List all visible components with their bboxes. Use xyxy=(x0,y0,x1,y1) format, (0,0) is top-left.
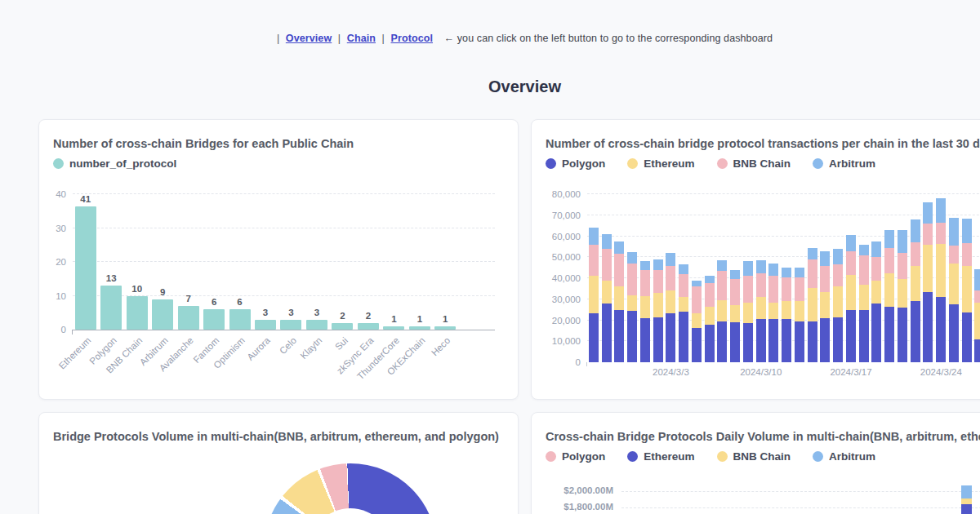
bar xyxy=(255,320,276,330)
bar-slot: 3 xyxy=(252,194,278,330)
bar-segment xyxy=(911,242,920,265)
bars-row: 411310976633322111 xyxy=(73,194,458,330)
bar-slot: 2 xyxy=(355,194,381,330)
bar-segment xyxy=(730,279,740,305)
bar-segment xyxy=(602,249,612,281)
stacked-bar xyxy=(587,194,600,362)
bar-slot: 7 xyxy=(176,194,201,330)
bar-segment xyxy=(871,304,881,362)
bar-segment xyxy=(833,264,843,286)
bar-value-label: 1 xyxy=(417,314,422,324)
category-label: Sui xyxy=(333,335,350,352)
bar-segment xyxy=(962,312,972,362)
bar-segment xyxy=(730,305,740,322)
bar-segment xyxy=(911,266,920,302)
bar-segment xyxy=(614,241,624,254)
stacked-bar xyxy=(960,194,973,362)
bar-segment xyxy=(640,296,650,318)
bar-segment xyxy=(936,244,946,297)
stacked-bar xyxy=(831,194,844,362)
x-axis-label: 2024/3/3 xyxy=(634,367,707,377)
bar-slot: 3 xyxy=(278,194,304,330)
bar xyxy=(152,299,173,330)
bar-segment xyxy=(871,257,881,280)
bar-segment xyxy=(602,281,612,304)
nav-link-chain[interactable]: Chain xyxy=(347,33,376,44)
bar-segment xyxy=(614,286,624,309)
bar-segment xyxy=(692,313,702,328)
bar-segment xyxy=(820,266,830,292)
bar-segment xyxy=(717,260,727,271)
bar-segment xyxy=(627,311,637,362)
nav-link-protocol[interactable]: Protocol xyxy=(391,33,434,44)
bar-segment xyxy=(846,251,856,276)
category-label: Klaytn xyxy=(298,335,323,361)
nav-separator: | xyxy=(338,33,341,44)
bar-segment xyxy=(859,255,869,285)
y-axis-label: 40 xyxy=(39,189,66,199)
stacked-bar xyxy=(806,194,819,362)
y-axis-label: 50,000 xyxy=(535,252,581,262)
gridline xyxy=(621,491,980,492)
donut-pie xyxy=(264,463,437,514)
gridline xyxy=(621,507,980,508)
bar-segment xyxy=(923,292,933,362)
panel-transactions-per-chain: Number of cross-chain bridge protocol tr… xyxy=(531,119,980,400)
y-axis-label: 40,000 xyxy=(535,273,581,283)
bar-segment xyxy=(974,303,980,339)
stacked-bar xyxy=(922,194,935,362)
bar-segment xyxy=(640,318,650,362)
bar-segment xyxy=(653,270,663,293)
bar-segment xyxy=(627,252,637,264)
donut-hole xyxy=(309,508,392,514)
bar-segment xyxy=(692,286,702,312)
panel-daily-volume: Cross-chain Bridge Protocols Daily Volum… xyxy=(531,412,980,514)
stacked-bar xyxy=(973,194,980,362)
bar-segment xyxy=(627,264,637,295)
bar-segment xyxy=(627,295,637,311)
bar-segment xyxy=(820,292,830,318)
dashboard-page: | Overview | Chain | Protocol ← you can … xyxy=(0,0,980,96)
bar-segment xyxy=(884,248,894,273)
y-axis-label: 0 xyxy=(535,357,581,367)
bar-segment xyxy=(743,261,753,276)
stacked-bar xyxy=(883,194,896,362)
bar-slot: 3 xyxy=(304,194,329,330)
bar-segment xyxy=(962,266,972,312)
bar-segment xyxy=(833,249,843,264)
bar-value-label: 10 xyxy=(131,284,142,294)
bar-segment xyxy=(936,223,946,244)
y-axis-label: 10 xyxy=(39,291,66,301)
bar-segment xyxy=(756,260,766,273)
bar-value-label: 2 xyxy=(366,311,371,321)
panel-bridges-per-chain: Number of cross-chain Bridges for each P… xyxy=(38,119,519,400)
stacked-bar xyxy=(639,194,652,362)
transactions-stacked-chart: 010,00020,00030,00040,00050,00060,00070,… xyxy=(532,120,980,399)
plot-area: 010,00020,00030,00040,00050,00060,00070,… xyxy=(587,194,980,362)
bar-segment xyxy=(923,245,933,292)
bar-value-label: 41 xyxy=(80,194,91,204)
stacked-bar xyxy=(896,194,909,362)
bar xyxy=(280,320,301,330)
bar-segment xyxy=(898,279,907,308)
stacked-bar xyxy=(600,194,613,362)
bar-value-label: 9 xyxy=(160,287,165,297)
bar-value-label: 3 xyxy=(314,308,319,317)
bar-segment xyxy=(692,281,702,287)
bar-segment xyxy=(782,319,791,362)
stacked-bar xyxy=(677,194,690,362)
bar-segment xyxy=(949,304,959,362)
bar-segment xyxy=(795,277,804,302)
stacked-bar xyxy=(626,194,639,362)
nav-link-overview[interactable]: Overview xyxy=(286,33,332,44)
bar-segment xyxy=(717,321,727,362)
bar-segment xyxy=(961,504,972,514)
bar-segment xyxy=(653,293,663,317)
bar xyxy=(100,286,122,330)
bar-segment xyxy=(692,328,702,362)
bar xyxy=(203,309,225,330)
bar xyxy=(358,323,379,330)
bar-segment xyxy=(666,290,675,312)
bar-segment xyxy=(974,269,980,290)
nav-hint-text: ← you can click on the left button to go… xyxy=(444,33,773,44)
